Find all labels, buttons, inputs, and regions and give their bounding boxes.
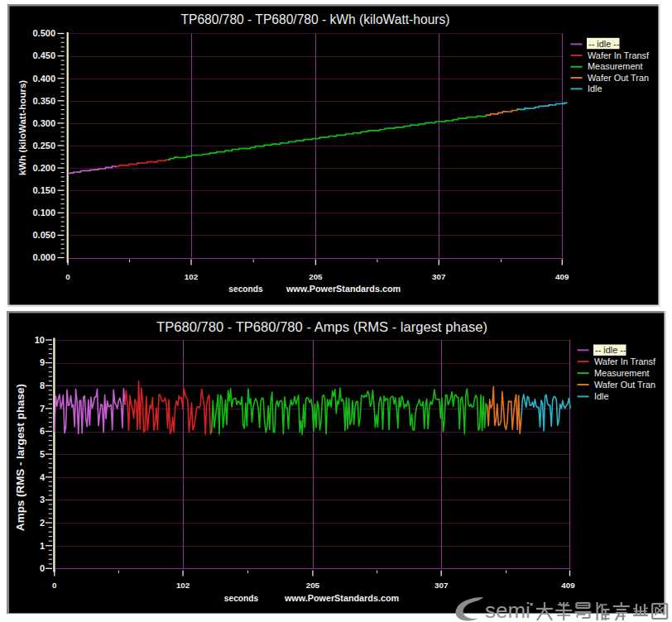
svg-text:307: 307 <box>434 581 449 590</box>
svg-text:4: 4 <box>40 472 46 482</box>
svg-text:0.100: 0.100 <box>32 208 55 218</box>
svg-text:307: 307 <box>432 272 446 281</box>
svg-text:seconds: seconds <box>228 285 263 294</box>
svg-text:7: 7 <box>40 404 45 414</box>
svg-text:0.200: 0.200 <box>32 163 55 173</box>
svg-text:www.PowerStandards.com: www.PowerStandards.com <box>284 593 399 603</box>
svg-text:3: 3 <box>40 495 45 505</box>
svg-text:102: 102 <box>176 581 190 590</box>
svg-text:Idle: Idle <box>588 84 602 93</box>
svg-text:6: 6 <box>40 426 45 436</box>
svg-text:205: 205 <box>306 581 320 590</box>
svg-text:Measurement: Measurement <box>594 368 650 378</box>
svg-text:Idle: Idle <box>594 391 609 401</box>
svg-text:Wafer In Transf: Wafer In Transf <box>594 356 656 366</box>
svg-text:0.450: 0.450 <box>32 50 55 60</box>
svg-text:205: 205 <box>309 272 323 281</box>
svg-text:10: 10 <box>35 335 45 345</box>
svg-text:Amps (RMS - largest phase): Amps (RMS - largest phase) <box>14 384 26 531</box>
svg-text:0.300: 0.300 <box>32 118 55 128</box>
svg-text:409: 409 <box>555 272 569 281</box>
svg-text:0.350: 0.350 <box>32 96 55 106</box>
svg-text:TP680/780 - TP680/780 - Amps (: TP680/780 - TP680/780 - Amps (RMS - larg… <box>156 319 487 335</box>
svg-text:0.250: 0.250 <box>32 141 55 151</box>
svg-text:www.PowerStandards.com: www.PowerStandards.com <box>286 284 401 294</box>
svg-text:9: 9 <box>40 357 45 367</box>
svg-text:5: 5 <box>40 449 45 459</box>
svg-text:Wafer Out Tran: Wafer Out Tran <box>588 73 649 83</box>
svg-text:0.400: 0.400 <box>32 74 55 84</box>
svg-text:0.150: 0.150 <box>32 185 55 195</box>
svg-text:Wafer In Transf: Wafer In Transf <box>588 50 650 60</box>
svg-text:0.000: 0.000 <box>32 252 55 262</box>
svg-text:1: 1 <box>40 541 45 551</box>
svg-text:0: 0 <box>40 563 45 573</box>
svg-text:2: 2 <box>40 518 45 528</box>
svg-text:Wafer Out Tran: Wafer Out Tran <box>594 380 655 390</box>
svg-text:0.050: 0.050 <box>32 230 55 240</box>
svg-text:102: 102 <box>185 272 199 281</box>
svg-text:-- idle --: -- idle -- <box>595 345 626 355</box>
svg-text:8: 8 <box>40 380 45 390</box>
svg-text:Measurement: Measurement <box>588 61 643 71</box>
svg-text:409: 409 <box>561 581 575 590</box>
svg-text:seconds: seconds <box>224 594 259 603</box>
svg-text:kWh (kiloWatt-hours): kWh (kiloWatt-hours) <box>17 80 27 175</box>
svg-text:TP680/780 - TP680/780 - kWh (k: TP680/780 - TP680/780 - kWh (kiloWatt-ho… <box>180 12 449 26</box>
svg-text:0.500: 0.500 <box>32 28 55 38</box>
svg-text:0: 0 <box>52 581 57 590</box>
svg-text:0: 0 <box>65 272 70 281</box>
svg-text:-- idle --: -- idle -- <box>588 39 620 49</box>
svg-text:semi: semi <box>485 598 530 622</box>
